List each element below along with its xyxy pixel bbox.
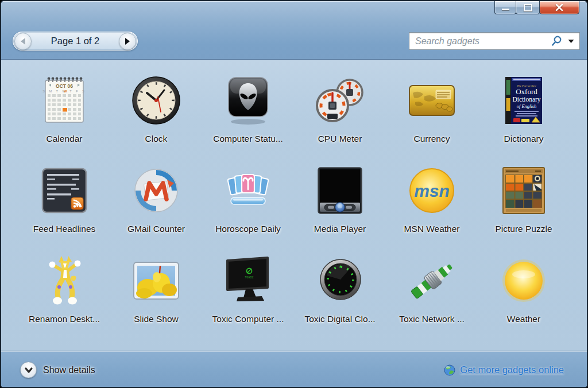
svg-text:msn: msn [414, 181, 450, 200]
gadget-label: Horoscope Daily [215, 224, 281, 234]
zodiac-cards-icon [223, 161, 273, 220]
alien-head-badge-icon [224, 71, 272, 130]
svg-text:TOXIC: TOXIC [245, 276, 253, 279]
search-box [409, 32, 580, 50]
arrow-right-icon [124, 37, 131, 45]
gmail-swirl-icon [131, 161, 181, 220]
gadget-label: Feed Headlines [33, 224, 96, 234]
chevron-down-icon [24, 367, 33, 374]
dual-gauges-icon [315, 71, 365, 130]
gadget-item-computer-status[interactable]: Computer Statu... [202, 71, 294, 161]
gadget-label: Slide Show [134, 314, 179, 324]
gadget-label: Computer Statu... [213, 134, 283, 144]
photo-frame-icon [131, 251, 181, 310]
gadget-label: Weather [507, 314, 540, 324]
gadget-label: GMail Counter [127, 224, 185, 234]
maximize-button[interactable] [516, 1, 540, 14]
footer-bar: Show details Get more gadgets online [1, 351, 587, 388]
gadget-item-weather[interactable]: Weather [478, 251, 570, 342]
tile-puzzle-icon [500, 161, 548, 220]
gadget-label: Currency [414, 134, 450, 144]
toxic-monitor-icon: TOXIC [222, 251, 274, 310]
sun-icon [500, 251, 547, 310]
toxic-connector-icon [405, 251, 458, 310]
next-page-button[interactable] [119, 33, 136, 50]
close-button[interactable] [539, 1, 579, 14]
gadget-label: Picture Puzzle [495, 224, 552, 234]
gadget-label: Clock [145, 134, 168, 144]
get-more-gadgets-control[interactable]: Get more gadgets online [444, 364, 564, 376]
gadget-item-dictionary[interactable]: The Pop-up New Oxford Dictionary of Engl… [478, 71, 570, 161]
gadget-item-horoscope[interactable]: Horoscope Daily [202, 161, 294, 251]
caret-down-icon[interactable] [568, 39, 574, 44]
dictionary-book-icon: The Pop-up New Oxford Dictionary of Engl… [503, 71, 544, 130]
globe-icon [444, 364, 455, 376]
gadget-item-feed-headlines[interactable]: Feed Headlines [18, 161, 110, 251]
desktop-gadget-gallery-window: Page 1 of 2 OCT 06 S [0, 0, 588, 388]
rss-panel-icon [40, 161, 88, 220]
gadget-item-media-player[interactable]: Media Player [294, 161, 386, 251]
arrow-left-icon [20, 37, 26, 45]
gadget-label: Renamon Deskt... [29, 314, 100, 324]
gadget-item-msn-weather[interactable]: msn MSN Weather [386, 161, 478, 251]
minimize-icon [502, 9, 509, 10]
gadget-label: Calendar [47, 134, 83, 144]
gadget-label: Toxic Digital Clo... [304, 314, 375, 324]
header-bar: Page 1 of 2 [1, 1, 587, 60]
page-navigator: Page 1 of 2 [13, 32, 138, 51]
gadget-item-currency[interactable]: Currency [386, 71, 478, 161]
gadget-item-gmail-counter[interactable]: GMail Counter [110, 161, 202, 251]
svg-text:Oxford: Oxford [516, 87, 537, 96]
minimize-button[interactable] [494, 1, 516, 14]
renamon-figure-icon [38, 251, 90, 310]
svg-text:Dictionary: Dictionary [512, 96, 540, 103]
maximize-icon [524, 4, 532, 11]
gadget-item-calendar[interactable]: OCT 06 S M T W T F S W Calendar [18, 71, 110, 161]
gadget-label: Toxic Computer ... [212, 314, 284, 324]
show-details-label: Show details [43, 365, 95, 375]
svg-text:W: W [64, 90, 67, 93]
page-indicator: Page 1 of 2 [32, 36, 119, 46]
gadget-item-clock[interactable]: Clock [110, 71, 202, 161]
calendar-icon: OCT 06 S M T W T F S W [41, 71, 87, 130]
search-input[interactable] [409, 36, 551, 46]
get-more-gadgets-link[interactable]: Get more gadgets online [460, 364, 564, 375]
caption-buttons [495, 1, 579, 14]
msn-sun-icon: msn [408, 161, 456, 220]
toxic-clock-icon [316, 251, 363, 310]
magnifier-icon[interactable] [551, 35, 563, 47]
chevron-down-button[interactable] [20, 362, 37, 378]
gold-card-icon [407, 71, 457, 130]
gadget-label: CPU Meter [318, 134, 362, 144]
gadget-item-toxic-network[interactable]: Toxic Network ... [386, 251, 478, 342]
svg-text:OCT 06: OCT 06 [56, 83, 73, 89]
gadget-item-cpu-meter[interactable]: CPU Meter [294, 71, 386, 161]
gadget-label: Toxic Network ... [399, 314, 465, 324]
gadget-item-slide-show[interactable]: Slide Show [110, 251, 202, 342]
gadget-item-picture-puzzle[interactable]: Picture Puzzle [478, 161, 570, 251]
analog-clock-icon [131, 71, 181, 130]
gadget-item-renamon[interactable]: Renamon Deskt... [18, 251, 110, 342]
gadget-label: MSN Weather [404, 224, 459, 234]
previous-page-button[interactable] [14, 33, 32, 50]
media-player-screen-icon [316, 161, 364, 220]
gadget-grid: OCT 06 S M T W T F S W Calendar [1, 60, 587, 351]
gadget-label: Dictionary [504, 134, 544, 144]
svg-text:of English: of English [517, 103, 537, 109]
show-details-control[interactable]: Show details [20, 362, 95, 378]
gadget-item-toxic-clock[interactable]: Toxic Digital Clo... [294, 251, 386, 342]
gadget-item-toxic-computer[interactable]: TOXIC Toxic Computer ... [202, 251, 294, 342]
close-icon [555, 4, 563, 11]
gadget-label: Media Player [314, 224, 366, 234]
